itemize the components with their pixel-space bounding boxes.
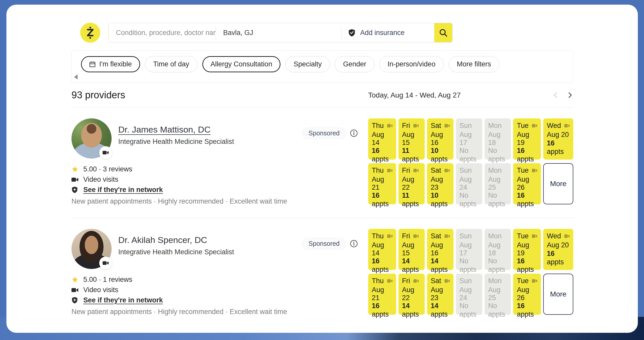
- day-cell-sat-aug-16[interactable]: SatAug 1614appts: [427, 229, 453, 270]
- day-cell-fri-aug-15[interactable]: FriAug 1511appts: [398, 118, 425, 160]
- video-camera-icon: [71, 177, 80, 182]
- insurance-label: Add insurance: [360, 29, 405, 37]
- day-date: Aug 25: [488, 286, 507, 302]
- appt-unit: appts: [431, 310, 450, 318]
- video-camera-icon: [413, 124, 419, 128]
- video-visits-label: Video visits: [83, 286, 118, 294]
- filter-more-filters[interactable]: More filters: [449, 56, 500, 72]
- day-name: Tue: [517, 277, 529, 285]
- day-cell-thu-aug-14[interactable]: ThuAug 1416appts: [368, 229, 396, 270]
- appt-count: No: [459, 257, 479, 265]
- provider-card: Dr. Akilah Spencer, DC Integrative Healt…: [71, 218, 573, 328]
- day-name: Fri: [402, 232, 410, 240]
- day-cell-wed-aug-20[interactable]: WedAug 2016appts: [543, 229, 573, 270]
- info-icon[interactable]: [350, 240, 358, 248]
- filter-specialty[interactable]: Specialty: [285, 56, 330, 72]
- day-cell-tue-aug-19[interactable]: TueAug 1916appts: [513, 118, 541, 160]
- filter-gender[interactable]: Gender: [335, 56, 374, 72]
- appt-unit: appts: [372, 310, 393, 318]
- insurance-selector[interactable]: Add insurance: [341, 23, 434, 42]
- search-button[interactable]: [434, 23, 452, 42]
- day-cell-sat-aug-23[interactable]: SatAug 2314appts: [427, 274, 453, 315]
- in-network-link[interactable]: See if they're in network: [83, 186, 163, 194]
- filter-in-person-video[interactable]: In-person/video: [379, 56, 444, 72]
- appt-unit: appts: [459, 310, 479, 318]
- appt-count: No: [488, 147, 507, 155]
- zocdoc-logo-icon[interactable]: [80, 23, 100, 43]
- appt-count: 14: [402, 257, 421, 265]
- video-badge-icon: [99, 257, 112, 269]
- day-cell-tue-aug-26[interactable]: TueAug 2616appts: [513, 274, 541, 315]
- sponsored-label: Sponsored: [302, 128, 346, 139]
- search-header: Add insurance: [80, 23, 573, 43]
- day-cell-thu-aug-14[interactable]: ThuAug 1416appts: [368, 118, 396, 160]
- appt-count: 16: [372, 191, 393, 199]
- day-cell-mon-aug-25: MonAug 25Noappts: [485, 274, 511, 315]
- day-name: Sun: [459, 122, 472, 130]
- day-cell-sun-aug-17: SunAug 17Noappts: [456, 229, 482, 270]
- provider-name-link[interactable]: Dr. Akilah Spencer, DC: [118, 235, 207, 245]
- day-name: Fri: [402, 122, 410, 130]
- day-cell-mon-aug-18: MonAug 18Noappts: [485, 118, 511, 160]
- day-cell-fri-aug-15[interactable]: FriAug 1514appts: [398, 229, 425, 270]
- day-cell-thu-aug-21[interactable]: ThuAug 2116appts: [368, 163, 396, 204]
- info-icon[interactable]: [350, 129, 358, 137]
- appt-unit: appts: [372, 155, 393, 163]
- next-dates-button[interactable]: [566, 92, 573, 99]
- day-date: Aug 19: [517, 131, 537, 147]
- day-cell-sun-aug-24: SunAug 24Noappts: [456, 163, 482, 204]
- day-cell-thu-aug-21[interactable]: ThuAug 2116appts: [368, 274, 396, 315]
- appt-count: No: [488, 191, 507, 199]
- filter-label: Time of day: [153, 60, 189, 68]
- sponsored-label: Sponsored: [302, 238, 346, 249]
- star-icon: [71, 166, 80, 173]
- video-camera-icon: [532, 169, 537, 172]
- day-cell-fri-aug-22[interactable]: FriAug 2214appts: [398, 274, 425, 315]
- appt-count: No: [459, 147, 479, 155]
- more-button[interactable]: More: [543, 163, 573, 204]
- day-date: Aug 24: [459, 286, 479, 302]
- day-name: Thu: [372, 167, 384, 175]
- search-input[interactable]: [109, 23, 216, 42]
- day-cell-wed-aug-20[interactable]: WedAug 2016appts: [543, 118, 573, 160]
- filter-time-of-day[interactable]: Time of day: [145, 56, 197, 72]
- filter-label: Specialty: [294, 60, 322, 68]
- more-button[interactable]: More: [543, 274, 573, 315]
- day-date: Aug 19: [517, 241, 537, 257]
- day-cell-sat-aug-16[interactable]: SatAug 1610appts: [427, 118, 453, 160]
- filter-im-flexible[interactable]: I'm flexible: [81, 56, 140, 72]
- appt-unit: appts: [402, 310, 421, 318]
- in-network-link[interactable]: See if they're in network: [83, 296, 163, 304]
- filter-allergy-consultation[interactable]: Allergy Consultation: [202, 56, 280, 72]
- date-navigation: Today, Aug 14 - Wed, Aug 27: [368, 91, 573, 99]
- location-input[interactable]: [216, 23, 341, 42]
- video-camera-icon: [387, 279, 393, 283]
- video-camera-icon: [564, 234, 570, 238]
- prev-dates-button[interactable]: [552, 92, 559, 99]
- day-name: Thu: [372, 277, 384, 285]
- day-cell-tue-aug-26[interactable]: TueAug 2616appts: [513, 163, 541, 204]
- day-date: Aug 18: [488, 131, 507, 147]
- provider-avatar[interactable]: [71, 118, 112, 159]
- appt-count: No: [459, 302, 479, 310]
- filter-label: I'm flexible: [99, 60, 132, 68]
- day-name: Mon: [488, 122, 502, 130]
- provider-name-link[interactable]: Dr. James Mattison, DC: [118, 125, 211, 135]
- day-date: Aug 14: [372, 131, 393, 147]
- day-name: Sun: [459, 167, 472, 175]
- appt-count: 14: [402, 302, 421, 310]
- scroll-left-triangle-icon[interactable]: [74, 74, 78, 80]
- day-cell-tue-aug-19[interactable]: TueAug 1916appts: [513, 229, 541, 270]
- day-cell-sat-aug-23[interactable]: SatAug 2310appts: [427, 163, 453, 204]
- appt-unit: appts: [488, 266, 507, 274]
- provider-avatar[interactable]: [71, 229, 112, 269]
- day-date: Aug 20: [547, 241, 570, 249]
- day-cell-fri-aug-22[interactable]: FriAug 2211appts: [398, 163, 425, 204]
- video-camera-icon: [532, 279, 537, 283]
- appt-unit: appts: [402, 266, 421, 274]
- day-name: Sat: [431, 277, 441, 285]
- day-date: Aug 17: [459, 131, 479, 147]
- video-camera-icon: [445, 124, 450, 128]
- appt-count: 16: [372, 147, 393, 155]
- day-name: Sat: [431, 122, 441, 130]
